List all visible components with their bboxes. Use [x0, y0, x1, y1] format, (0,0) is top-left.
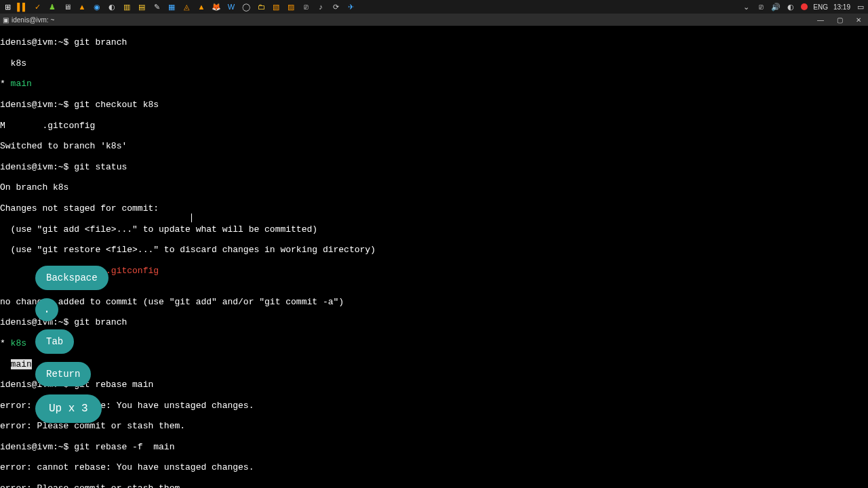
app-icon[interactable]: ◉: [92, 2, 102, 12]
app-icon[interactable]: ◐: [107, 2, 117, 12]
output: no changes added to commit (use "git add…: [0, 297, 868, 307]
app-icon[interactable]: W: [226, 2, 236, 12]
output: (use "git add <file>..." to update what …: [0, 224, 868, 235]
app-icon[interactable]: ▌▌: [18, 2, 27, 12]
notification-icon[interactable]: ▭: [856, 2, 865, 12]
prompt: idenis@ivm:~$: [0, 442, 74, 452]
taskbar-left: ⊞ ▌▌ ✓ ♟ 🖥 ▲ ◉ ◐ ▥ ▤ ✎ ▦ ◬ ▲ 🦊 W ◯ 🗀 ▧ ▨…: [3, 2, 355, 12]
branch-current: main: [11, 79, 32, 89]
terminal-icon: ▣: [3, 16, 9, 24]
chevron-down-icon[interactable]: ⌄: [741, 2, 751, 12]
key-return: Return: [35, 362, 91, 386]
output: On branch k8s: [0, 182, 868, 192]
app-icon[interactable]: ✎: [152, 2, 161, 12]
app-icon[interactable]: ♟: [47, 2, 57, 12]
key-tab: Tab: [35, 329, 74, 354]
clock[interactable]: 13:19: [833, 3, 850, 11]
app-icon[interactable]: ▤: [137, 2, 146, 12]
app-icon[interactable]: ✈: [346, 2, 355, 12]
app-icon[interactable]: ◯: [241, 2, 251, 12]
cmd: git checkout k8s: [74, 100, 159, 110]
app-icon[interactable]: ✓: [33, 2, 42, 12]
error: error: cannot rebase: You have unstaged …: [0, 401, 868, 411]
cmd: git branch: [74, 37, 127, 47]
app-icon[interactable]: ▧: [271, 2, 281, 12]
close-button[interactable]: ✕: [849, 14, 868, 26]
output: Changes not staged for commit:: [0, 203, 868, 214]
app-icon[interactable]: ⎚: [301, 2, 311, 12]
key-dot: .: [35, 298, 58, 321]
language-indicator[interactable]: ENG: [813, 3, 828, 11]
app-icon[interactable]: 🖥: [62, 2, 72, 12]
volume-icon[interactable]: 🔊: [771, 2, 781, 12]
app-icon[interactable]: 🦊: [212, 2, 221, 12]
start-icon[interactable]: ⊞: [3, 2, 12, 12]
branch-selected: main: [11, 359, 32, 369]
maximize-button[interactable]: ▢: [830, 14, 849, 26]
minimize-button[interactable]: —: [811, 14, 830, 26]
error: error: cannot rebase: You have unstaged …: [0, 462, 868, 472]
app-icon[interactable]: ◬: [182, 2, 191, 12]
app-icon[interactable]: ♪: [316, 2, 326, 12]
app-icon[interactable]: ▲: [77, 2, 87, 12]
app-icon[interactable]: ▲: [197, 2, 206, 12]
terminal[interactable]: idenis@ivm:~$ git branch k8s * main iden…: [0, 26, 868, 488]
pad: [0, 359, 11, 369]
tray-icon[interactable]: ⎚: [756, 2, 766, 12]
window-titlebar: ▣ idenis@ivm: ~ — ▢ ✕: [0, 14, 868, 26]
prompt: idenis@ivm:~$: [0, 162, 74, 172]
branch-current: k8s: [11, 338, 26, 348]
key-backspace: Backspace: [35, 266, 108, 290]
taskbar: ⊞ ▌▌ ✓ ♟ 🖥 ▲ ◉ ◐ ▥ ▤ ✎ ▦ ◬ ▲ 🦊 W ◯ 🗀 ▧ ▨…: [0, 0, 868, 14]
app-icon[interactable]: ▦: [167, 2, 176, 12]
cmd: git status: [74, 162, 127, 172]
output: M .gitconfig: [0, 121, 868, 131]
output: k8s: [0, 58, 868, 68]
text-caret-icon: [191, 214, 192, 222]
app-icon[interactable]: 🗀: [256, 2, 266, 12]
taskbar-right: ⌄ ⎚ 🔊 ◐ ENG 13:19 ▭: [741, 2, 865, 12]
tray-icon[interactable]: ◐: [786, 2, 795, 12]
app-icon[interactable]: ▨: [286, 2, 296, 12]
window-controls: — ▢ ✕: [811, 14, 868, 26]
prompt: idenis@ivm:~$: [0, 37, 74, 47]
star: *: [0, 338, 11, 348]
key-overlay: Backspace . Tab Return Up x 3: [35, 266, 108, 423]
cmd: git rebase -f main: [74, 442, 174, 452]
record-icon[interactable]: [801, 3, 808, 10]
app-icon[interactable]: ⟳: [331, 2, 340, 12]
output: Switched to branch 'k8s': [0, 141, 868, 151]
output: (use "git restore <file>..." to discard …: [0, 245, 868, 255]
key-up: Up x 3: [35, 394, 102, 423]
window-title: idenis@ivm: ~: [12, 16, 54, 24]
error: error: Please commit or stash them.: [0, 421, 868, 431]
prompt: idenis@ivm:~$: [0, 100, 74, 110]
star: *: [0, 79, 11, 89]
error: error: Please commit or stash them.: [0, 483, 868, 488]
app-icon[interactable]: ▥: [122, 2, 132, 12]
